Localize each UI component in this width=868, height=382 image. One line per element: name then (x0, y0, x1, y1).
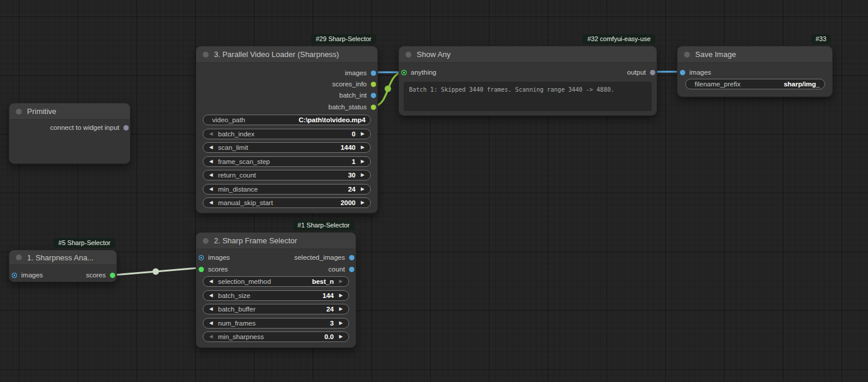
widget-label: batch_size (218, 292, 250, 299)
output-label: scores (86, 272, 106, 279)
decrement-arrow-icon[interactable] (208, 290, 214, 301)
widget-value: 3 (330, 320, 334, 327)
widget-label: min_sharpness (218, 333, 264, 340)
node-titlebar[interactable]: 2. Sharp Frame Selector (196, 233, 356, 249)
input-label: images (21, 272, 43, 279)
port-row: images (678, 67, 832, 78)
output-label: images (345, 69, 367, 76)
input-port-anything[interactable] (401, 70, 407, 75)
node-save-image[interactable]: #33 Save Image images filename_prefix sh… (677, 46, 833, 97)
input-port-images[interactable] (680, 70, 685, 75)
node-title: 2. Sharp Frame Selector (214, 236, 297, 245)
increment-arrow-icon[interactable] (360, 170, 366, 180)
node-parallel-video-loader[interactable]: #29 Sharp-Selector 3. Parallel Video Loa… (196, 46, 378, 213)
decrement-arrow-icon[interactable] (208, 170, 214, 180)
output-port-selected-images[interactable] (349, 255, 354, 260)
widget-label: num_frames (218, 320, 256, 327)
increment-arrow-icon[interactable] (360, 184, 366, 195)
increment-arrow-icon[interactable] (360, 129, 366, 139)
collapse-dot-icon[interactable] (203, 238, 209, 244)
decrement-arrow-icon[interactable] (208, 304, 214, 314)
output-port-scores[interactable] (110, 273, 115, 278)
port-row: scores count (196, 264, 356, 274)
node-id-badge: #1 Sharp-Selector (293, 220, 354, 230)
widget-filename-prefix[interactable]: filename_prefix sharp/img_ (685, 79, 825, 89)
increment-arrow-icon[interactable] (338, 290, 344, 301)
widget-min-sharpness[interactable]: min_sharpness 0.0 (203, 331, 349, 342)
widget-batch-index[interactable]: batch_index 0 (203, 129, 371, 139)
input-port-images[interactable] (199, 255, 204, 260)
prev-option-arrow-icon[interactable] (208, 276, 214, 287)
collapse-dot-icon[interactable] (16, 109, 22, 115)
node-sharpness-analyzer[interactable]: #5 Sharp-Selector 1. Sharpness Ana... im… (9, 250, 117, 282)
decrement-arrow-icon[interactable] (208, 318, 214, 329)
increment-arrow-icon[interactable] (338, 318, 344, 329)
node-titlebar[interactable]: Save Image (678, 46, 832, 63)
input-port-images[interactable] (12, 273, 17, 278)
next-option-arrow-icon[interactable] (338, 276, 344, 287)
widget-value: 144 (323, 292, 334, 299)
decrement-arrow-icon[interactable] (208, 197, 214, 208)
widget-value: 30 (348, 172, 356, 179)
node-titlebar[interactable]: Primitive (9, 103, 130, 120)
decrement-arrow-icon[interactable] (208, 331, 214, 342)
node-id-badge: #32 comfyui-easy-use (582, 34, 655, 44)
output-port-scores-info[interactable] (371, 82, 376, 87)
widget-label: batch_buffer (218, 306, 256, 313)
collapse-dot-icon[interactable] (684, 52, 690, 58)
decrement-arrow-icon[interactable] (208, 142, 214, 153)
increment-arrow-icon[interactable] (360, 142, 366, 153)
output-port-images[interactable] (371, 71, 376, 76)
output-label: count (329, 266, 345, 273)
widget-scan-limit[interactable]: scan_limit 1440 (203, 142, 371, 153)
output-port-widget[interactable] (123, 125, 129, 130)
node-title: 1. Sharpness Ana... (27, 253, 93, 262)
output-port-batch-int[interactable] (371, 93, 376, 98)
widget-value: C:\path\to\video.mp4 (299, 116, 366, 123)
increment-arrow-icon[interactable] (338, 331, 344, 342)
widget-value: 24 (326, 306, 334, 313)
collapse-dot-icon[interactable] (203, 52, 209, 58)
increment-arrow-icon[interactable] (360, 156, 366, 167)
increment-arrow-icon[interactable] (338, 304, 344, 314)
widget-num-frames[interactable]: num_frames 3 (203, 318, 349, 329)
widget-label: video_path (212, 116, 245, 123)
node-sharp-frame-selector[interactable]: #1 Sharp-Selector 2. Sharp Frame Selecto… (196, 232, 356, 348)
widget-label: scan_limit (218, 144, 248, 151)
node-titlebar[interactable]: 1. Sharpness Ana... (9, 250, 116, 265)
widget-min-distance[interactable]: min_distance 24 (203, 184, 371, 195)
wire-dot-batchstatus[interactable] (385, 86, 391, 92)
widget-selection-method[interactable]: selection_method best_n (203, 276, 349, 287)
decrement-arrow-icon[interactable] (208, 156, 214, 167)
input-label: images (208, 254, 230, 261)
node-id-badge: #5 Sharp-Selector (53, 238, 115, 248)
decrement-arrow-icon[interactable] (208, 184, 214, 195)
node-title: Save Image (695, 50, 736, 59)
widget-return-count[interactable]: return_count 30 (203, 170, 371, 180)
output-port-batch-status[interactable] (371, 105, 376, 110)
input-port-scores[interactable] (199, 267, 204, 272)
node-show-any[interactable]: #32 comfyui-easy-use Show Any anything o… (398, 46, 657, 116)
output-port-output[interactable] (650, 70, 655, 75)
port-row: images (196, 68, 377, 78)
node-titlebar[interactable]: Show Any (399, 46, 656, 63)
increment-arrow-icon[interactable] (360, 197, 366, 208)
widget-video-path[interactable]: video_path C:\path\to\video.mp4 (203, 115, 371, 125)
collapse-dot-icon[interactable] (16, 254, 22, 260)
input-label: scores (208, 266, 228, 273)
output-port-count[interactable] (349, 267, 354, 272)
widget-value: 2000 (340, 199, 356, 206)
collapse-dot-icon[interactable] (405, 52, 411, 58)
widget-value: 1 (352, 158, 356, 165)
decrement-arrow-icon[interactable] (208, 129, 214, 139)
widget-batch-size[interactable]: batch_size 144 (203, 290, 349, 301)
widget-frame-scan-step[interactable]: frame_scan_step 1 (203, 156, 371, 167)
widget-batch-buffer[interactable]: batch_buffer 24 (203, 304, 349, 314)
widget-label: selection_method (218, 278, 271, 285)
output-label: batch_int (339, 92, 367, 99)
widget-manual-skip-start[interactable]: manual_skip_start 2000 (203, 197, 371, 208)
node-titlebar[interactable]: 3. Parallel Video Loader (Sharpness) (196, 46, 377, 63)
node-graph-canvas[interactable]: #29 Sharp-Selector 3. Parallel Video Loa… (0, 0, 868, 382)
wire-dot-scores[interactable] (153, 269, 159, 275)
node-primitive[interactable]: Primitive connect to widget input (9, 103, 130, 164)
